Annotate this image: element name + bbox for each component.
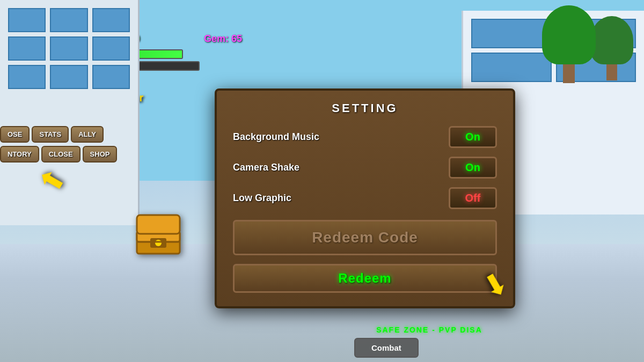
svg-point-4 xyxy=(155,240,162,246)
setting-row-camera-shake: Camera Shake On xyxy=(233,157,497,179)
close-btn[interactable]: CLOSE xyxy=(41,146,80,162)
window xyxy=(92,65,130,89)
camera-shake-value: On xyxy=(465,161,480,173)
close-partial-btn[interactable]: OSE xyxy=(0,126,30,143)
treasure-chest xyxy=(134,212,182,265)
setting-row-bg-music: Background Music On xyxy=(233,126,497,148)
building-left xyxy=(0,0,140,225)
window xyxy=(50,8,87,32)
ally-btn[interactable]: ALLY xyxy=(71,126,104,143)
safe-zone-text: SAFE ZONE - PVP DISA xyxy=(215,326,644,334)
modal-title: SETTING xyxy=(233,101,497,115)
window xyxy=(8,65,46,89)
stats-btn[interactable]: STATS xyxy=(32,126,69,143)
low-graphic-toggle[interactable]: Off xyxy=(449,187,497,209)
window xyxy=(50,65,87,89)
window xyxy=(92,8,130,32)
nav-row-1: OSE STATS ALLY xyxy=(0,126,104,143)
window xyxy=(8,8,46,32)
redeem-input-placeholder: Redeem Code xyxy=(312,229,418,246)
window xyxy=(92,36,130,61)
nav-row-2: NTORY CLOSE SHOP xyxy=(0,146,117,162)
redeem-input-container[interactable]: Redeem Code xyxy=(233,220,497,255)
low-graphic-value: Off xyxy=(465,192,481,204)
setting-modal: SETTING Background Music On Camera Shake… xyxy=(215,88,515,308)
gem-display: Gem: 65 xyxy=(204,33,242,45)
tree-right-2 xyxy=(542,5,596,83)
redeem-button[interactable]: Redeem xyxy=(233,264,497,293)
window xyxy=(50,36,87,61)
window xyxy=(471,53,552,82)
combat-button[interactable]: Combat xyxy=(354,338,419,358)
redeem-btn-label: Redeem xyxy=(338,271,391,285)
inventory-btn[interactable]: NTORY xyxy=(0,146,39,162)
svg-rect-2 xyxy=(137,215,180,234)
camera-shake-label: Camera Shake xyxy=(233,162,299,173)
window xyxy=(8,36,46,61)
camera-shake-toggle[interactable]: On xyxy=(449,157,497,179)
window xyxy=(471,19,552,48)
setting-row-low-graphic: Low Graphic Off xyxy=(233,187,497,209)
low-graphic-label: Low Graphic xyxy=(233,193,291,204)
bg-music-toggle[interactable]: On xyxy=(449,126,497,148)
tree-right xyxy=(590,16,633,80)
shop-btn[interactable]: SHOP xyxy=(83,146,118,162)
bg-music-label: Background Music xyxy=(233,131,319,143)
bg-music-value: On xyxy=(465,131,480,143)
